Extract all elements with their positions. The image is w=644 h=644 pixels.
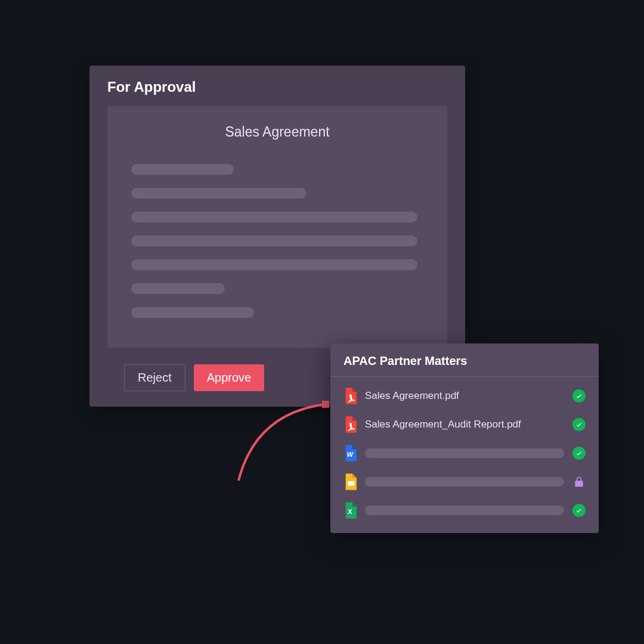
text-placeholder	[131, 164, 234, 175]
file-name-placeholder	[365, 477, 564, 487]
pdf-icon	[343, 416, 357, 433]
file-name-placeholder	[365, 448, 564, 458]
files-panel-title: APAC Partner Matters	[330, 343, 599, 377]
files-panel: APAC Partner Matters Sales Agreement.pdf…	[330, 343, 599, 533]
word-icon: W	[343, 445, 357, 462]
text-placeholder	[131, 283, 225, 294]
file-name-placeholder	[365, 506, 564, 515]
file-row[interactable]: X	[330, 496, 599, 525]
slides-icon	[343, 473, 357, 490]
file-row[interactable]: Sales Agreement_Audit Report.pdf	[330, 410, 599, 439]
text-placeholder	[131, 307, 254, 318]
text-placeholder	[131, 259, 417, 270]
text-placeholder	[131, 212, 417, 222]
connector-arrow	[233, 392, 340, 488]
pdf-icon	[343, 388, 357, 404]
approve-button[interactable]: Approve	[194, 364, 265, 391]
reject-button[interactable]: Reject	[124, 364, 185, 391]
check-icon	[572, 447, 586, 460]
file-name: Sales Agreement.pdf	[365, 390, 564, 402]
svg-rect-2	[348, 481, 354, 485]
excel-icon: X	[343, 502, 357, 519]
check-icon	[572, 504, 586, 517]
approval-header: For Approval	[89, 66, 465, 106]
file-name: Sales Agreement_Audit Report.pdf	[365, 419, 564, 431]
svg-text:X: X	[348, 508, 352, 515]
svg-text:W: W	[347, 451, 354, 458]
file-list: Sales Agreement.pdf Sales Agreement_Audi…	[330, 377, 599, 533]
text-placeholder	[131, 236, 417, 246]
text-placeholder	[131, 188, 306, 199]
file-row[interactable]: W	[330, 439, 599, 467]
check-icon	[572, 418, 586, 431]
document-title: Sales Agreement	[131, 124, 423, 140]
file-row[interactable]	[330, 467, 599, 496]
file-row[interactable]: Sales Agreement.pdf	[330, 382, 599, 410]
check-icon	[572, 389, 586, 402]
document-preview: Sales Agreement	[107, 106, 447, 348]
lock-icon	[572, 475, 586, 488]
